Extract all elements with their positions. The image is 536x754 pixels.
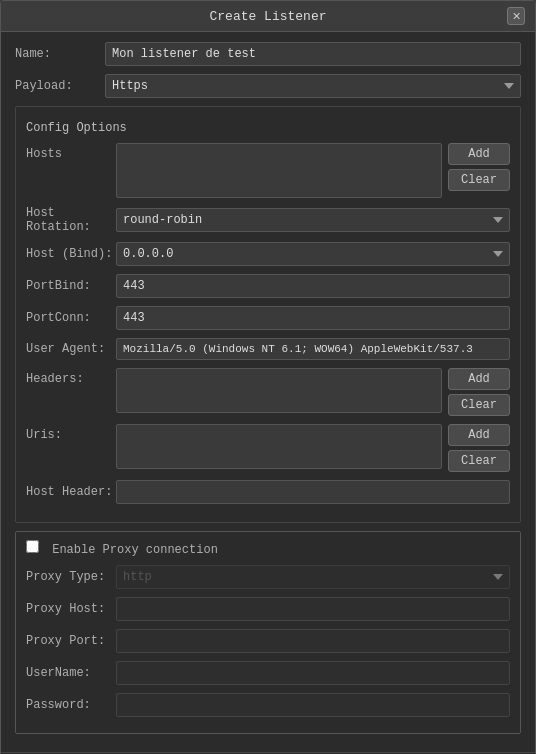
enable-proxy-label: Enable Proxy connection <box>52 543 218 557</box>
port-bind-label: PortBind: <box>26 279 116 293</box>
headers-clear-button[interactable]: Clear <box>448 394 510 416</box>
headers-add-button[interactable]: Add <box>448 368 510 390</box>
proxy-host-input[interactable] <box>116 597 510 621</box>
proxy-port-row: Proxy Port: <box>26 629 510 653</box>
proxy-username-row: UserName: <box>26 661 510 685</box>
proxy-host-row: Proxy Host: <box>26 597 510 621</box>
proxy-port-input[interactable] <box>116 629 510 653</box>
config-section: Config Options Hosts Add Clear Host Rota… <box>15 106 521 523</box>
port-conn-input[interactable] <box>116 306 510 330</box>
proxy-host-label: Proxy Host: <box>26 602 116 616</box>
hosts-textarea[interactable] <box>116 143 442 198</box>
uris-textarea[interactable] <box>116 424 442 469</box>
proxy-section: Enable Proxy connection Proxy Type: http… <box>15 531 521 734</box>
dialog-body: Name: Payload: Https Http DNS Config Opt… <box>1 32 535 752</box>
payload-row: Payload: Https Http DNS <box>15 74 521 98</box>
name-label: Name: <box>15 47 105 61</box>
host-header-label: Host Header: <box>26 485 116 499</box>
uris-label: Uris: <box>26 424 116 442</box>
proxy-type-label: Proxy Type: <box>26 570 116 584</box>
dialog-title: Create Listener <box>29 9 507 24</box>
host-bind-row: Host (Bind): 0.0.0.0 <box>26 242 510 266</box>
uris-add-button[interactable]: Add <box>448 424 510 446</box>
host-bind-select[interactable]: 0.0.0.0 <box>116 242 510 266</box>
host-bind-label: Host (Bind): <box>26 247 116 261</box>
uris-clear-button[interactable]: Clear <box>448 450 510 472</box>
uris-row: Uris: Add Clear <box>26 424 510 472</box>
proxy-port-label: Proxy Port: <box>26 634 116 648</box>
config-section-title: Config Options <box>26 121 510 135</box>
enable-proxy-checkbox[interactable] <box>26 540 39 553</box>
proxy-username-input[interactable] <box>116 661 510 685</box>
proxy-password-input[interactable] <box>116 693 510 717</box>
headers-buttons: Add Clear <box>448 368 510 416</box>
user-agent-input[interactable] <box>116 338 510 360</box>
close-button[interactable]: ✕ <box>507 7 525 25</box>
host-rotation-select[interactable]: round-robin random <box>116 208 510 232</box>
host-header-input[interactable] <box>116 480 510 504</box>
user-agent-label: User Agent: <box>26 342 116 356</box>
host-header-row: Host Header: <box>26 480 510 504</box>
title-bar: Create Listener ✕ <box>1 1 535 32</box>
proxy-username-label: UserName: <box>26 666 116 680</box>
port-conn-label: PortConn: <box>26 311 116 325</box>
payload-label: Payload: <box>15 79 105 93</box>
proxy-password-label: Password: <box>26 698 116 712</box>
host-rotation-label: Host Rotation: <box>26 206 116 234</box>
host-rotation-row: Host Rotation: round-robin random <box>26 206 510 234</box>
user-agent-row: User Agent: <box>26 338 510 360</box>
hosts-buttons: Add Clear <box>448 143 510 191</box>
port-conn-row: PortConn: <box>26 306 510 330</box>
proxy-type-select[interactable]: http https socks4 socks5 <box>116 565 510 589</box>
hosts-add-button[interactable]: Add <box>448 143 510 165</box>
headers-textarea[interactable] <box>116 368 442 413</box>
port-bind-row: PortBind: <box>26 274 510 298</box>
port-bind-input[interactable] <box>116 274 510 298</box>
proxy-password-row: Password: <box>26 693 510 717</box>
hosts-clear-button[interactable]: Clear <box>448 169 510 191</box>
headers-label: Headers: <box>26 368 116 386</box>
headers-row: Headers: Add Clear <box>26 368 510 416</box>
payload-select[interactable]: Https Http DNS <box>105 74 521 98</box>
proxy-type-row: Proxy Type: http https socks4 socks5 <box>26 565 510 589</box>
uris-buttons: Add Clear <box>448 424 510 472</box>
hosts-row: Hosts Add Clear <box>26 143 510 198</box>
create-listener-dialog: Create Listener ✕ Name: Payload: Https H… <box>0 0 536 754</box>
hosts-label: Hosts <box>26 143 116 161</box>
name-input[interactable] <box>105 42 521 66</box>
proxy-title-row: Enable Proxy connection <box>26 540 510 557</box>
name-row: Name: <box>15 42 521 66</box>
